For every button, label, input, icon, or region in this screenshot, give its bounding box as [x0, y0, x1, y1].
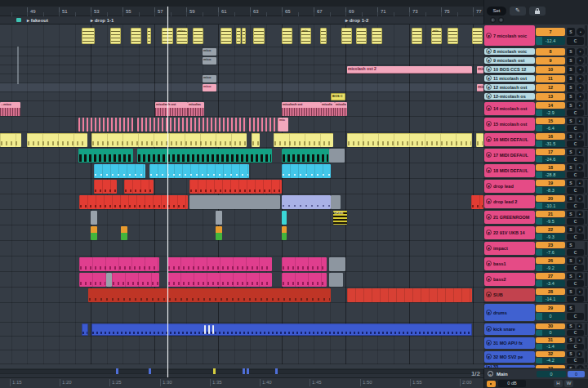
- track-name[interactable]: ▾8 micolash voic: [484, 48, 535, 55]
- track-number-box[interactable]: 17: [536, 149, 565, 155]
- track-lane[interactable]: [0, 83, 483, 92]
- lock-button[interactable]: [529, 7, 546, 16]
- solo-button[interactable]: S: [567, 164, 575, 171]
- solo-button[interactable]: S: [567, 195, 575, 202]
- clip-ychip[interactable]: micc: [176, 28, 188, 44]
- track-name[interactable]: ▾31 MO APU fx: [484, 337, 535, 349]
- clip-mag[interactable]: [167, 257, 272, 271]
- track-number-box[interactable]: 13: [536, 93, 565, 100]
- volume-box[interactable]: -9.5: [536, 218, 565, 225]
- clip-red[interactable]: [189, 180, 282, 194]
- track-number-box[interactable]: 9: [536, 57, 565, 65]
- track-number-box[interactable]: 33: [536, 365, 565, 369]
- clip-ychip[interactable]: [472, 28, 483, 44]
- mute-button[interactable]: •: [577, 323, 582, 329]
- clip-mark[interactable]: [212, 325, 214, 334]
- clip-dual[interactable]: [216, 226, 222, 240]
- track-number-box[interactable]: 15: [536, 118, 565, 124]
- track-number-box[interactable]: 16: [536, 133, 565, 140]
- clip-grey[interactable]: mico: [203, 57, 216, 65]
- pan-button[interactable]: C: [567, 203, 584, 209]
- track-lane[interactable]: [0, 47, 483, 56]
- clip-plabel[interactable]: micolash ost: [155, 102, 188, 116]
- clip-gtail[interactable]: [329, 273, 343, 287]
- track-number-box[interactable]: 27: [536, 273, 565, 279]
- volume-box[interactable]: -9.3: [536, 234, 565, 240]
- clip-teal[interactable]: [78, 149, 133, 163]
- track-name[interactable]: ▾18 MIDI DEFAUL: [484, 164, 535, 177]
- clip-gchip[interactable]: [106, 273, 112, 287]
- clip-gtail[interactable]: [329, 257, 345, 271]
- track-arrow-icon[interactable]: ▾: [486, 245, 492, 251]
- track-arrow-icon[interactable]: ▾: [486, 230, 492, 235]
- track-name[interactable]: ▾bass1: [484, 257, 535, 270]
- clip-mag[interactable]: [112, 273, 159, 287]
- mute-button[interactable]: •: [577, 337, 582, 343]
- track-name[interactable]: ▾SUB: [484, 288, 535, 301]
- clip-ylong[interactable]: [91, 133, 247, 147]
- clip-mag[interactable]: [167, 273, 272, 287]
- solo-button[interactable]: S: [567, 242, 575, 248]
- pan-button[interactable]: C: [567, 234, 584, 240]
- clip-ychip[interactable]: [220, 28, 232, 44]
- track-number-box[interactable]: 14: [536, 102, 565, 109]
- solo-button[interactable]: S: [567, 211, 575, 217]
- clip-ychip[interactable]: [147, 28, 151, 44]
- track-arrow-icon[interactable]: ▾: [486, 66, 492, 72]
- mute-button[interactable]: •: [577, 195, 583, 202]
- solo-button[interactable]: S: [567, 75, 575, 83]
- clip-mag[interactable]: [79, 273, 106, 287]
- mute-button[interactable]: •: [577, 133, 583, 140]
- track-number-box[interactable]: 11: [536, 75, 565, 83]
- pan-button[interactable]: C: [567, 296, 584, 302]
- pan-button[interactable]: C: [567, 172, 584, 178]
- mute-button[interactable]: •: [577, 180, 583, 186]
- clip-grey[interactable]: mico: [203, 48, 216, 56]
- clip-ychip[interactable]: [341, 28, 352, 44]
- track-arrow-icon[interactable]: ▾: [486, 326, 492, 332]
- clip-cychip[interactable]: [282, 211, 287, 225]
- volume-box[interactable]: -8.3: [536, 187, 565, 194]
- solo-button[interactable]: S: [567, 257, 575, 264]
- clip-ylong[interactable]: [347, 133, 472, 147]
- mute-button[interactable]: •: [577, 273, 583, 279]
- volume-box[interactable]: -14.1: [536, 296, 565, 302]
- volume-box[interactable]: -1.4: [536, 344, 565, 350]
- clip-mark[interactable]: [204, 325, 206, 334]
- track-arrow-icon[interactable]: ▾: [486, 105, 492, 111]
- track-lane[interactable]: [0, 74, 483, 83]
- track-name[interactable]: ▾kick snare: [484, 323, 535, 335]
- clip-teal[interactable]: [137, 149, 272, 163]
- volume-box[interactable]: -9.2: [536, 265, 565, 271]
- pan-button[interactable]: C: [567, 109, 584, 116]
- clip-ylong[interactable]: [27, 133, 87, 147]
- clip-ylong[interactable]: [274, 133, 333, 147]
- pan-button[interactable]: C: [567, 358, 584, 363]
- clip-ychip[interactable]: [110, 28, 121, 44]
- mute-button[interactable]: •: [577, 257, 583, 264]
- pan-button[interactable]: C: [567, 344, 584, 350]
- clip-gtail[interactable]: [189, 195, 280, 209]
- track-number-box[interactable]: 30: [536, 323, 565, 329]
- level-meter-icon[interactable]: [487, 381, 496, 387]
- clip-mag[interactable]: [79, 257, 159, 271]
- solo-button[interactable]: S: [567, 133, 575, 140]
- clip-gtail[interactable]: [331, 195, 341, 209]
- solo-button[interactable]: S: [567, 351, 575, 357]
- track-lane[interactable]: [0, 337, 483, 350]
- track-arrow-icon[interactable]: ▾: [486, 261, 492, 266]
- mute-button[interactable]: •: [577, 102, 583, 109]
- clip-mag[interactable]: [282, 257, 327, 271]
- track-arrow-icon[interactable]: ▾: [486, 152, 492, 158]
- solo-button[interactable]: S: [567, 180, 575, 186]
- track-name[interactable]: ▾17 MIDI DEFAUL: [484, 149, 535, 162]
- track-arrow-icon[interactable]: ▾: [486, 84, 492, 90]
- solo-button[interactable]: S: [567, 84, 575, 91]
- track-arrow-icon[interactable]: ▾: [486, 340, 492, 346]
- pan-button[interactable]: C: [567, 37, 584, 45]
- mute-button[interactable]: •: [577, 164, 583, 171]
- mini-toggle-1[interactable]: [490, 17, 496, 23]
- track-number-box[interactable]: 26: [536, 257, 565, 264]
- track-arrow-icon[interactable]: ▾: [486, 121, 492, 127]
- clip-plabel[interactable]: micola: [321, 102, 335, 116]
